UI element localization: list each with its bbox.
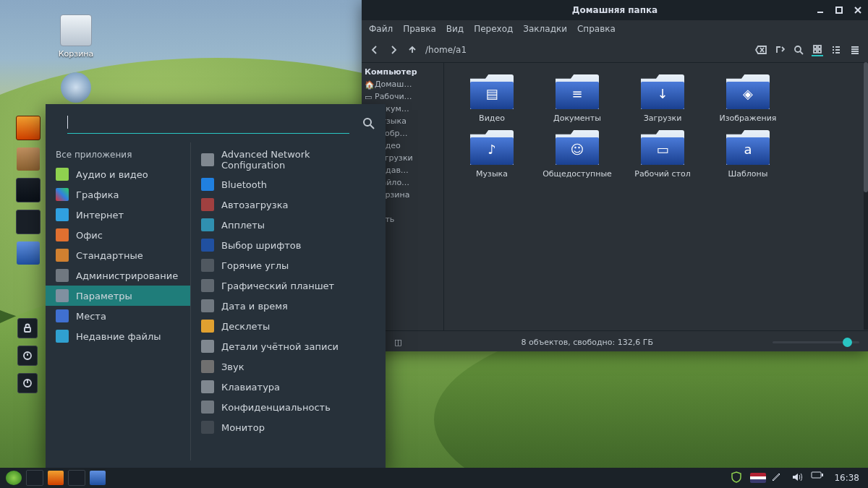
files-icon[interactable] (17, 241, 40, 265)
folder-film[interactable]: ▤Видео (456, 74, 528, 123)
app-user[interactable]: Детали учётной записи (191, 336, 386, 356)
taskbar-firefox[interactable] (48, 471, 64, 485)
firefox-icon[interactable] (16, 116, 41, 140)
view-list-icon[interactable] (830, 44, 842, 56)
search-icon[interactable] (793, 44, 804, 56)
svg-rect-0 (25, 328, 30, 332)
category-recent[interactable]: Недавние файлы (46, 326, 190, 346)
sidebar-home[interactable]: 🏠Домаш… (365, 78, 441, 90)
taskbar-show-desktop[interactable] (26, 470, 43, 486)
menu-file[interactable]: Файл (369, 24, 393, 34)
menu-search-input[interactable] (67, 116, 349, 134)
office-icon (56, 228, 69, 241)
desktop-icon: ▭ (365, 93, 372, 100)
app-bt[interactable]: Bluetooth (191, 174, 386, 194)
tray-color-icon[interactable] (770, 471, 786, 485)
desklet-icon (201, 320, 214, 333)
minimize-button[interactable] (814, 4, 826, 16)
tray-battery-icon[interactable] (811, 471, 827, 485)
menu-search (46, 104, 386, 140)
nav-up-icon[interactable] (407, 44, 418, 56)
folder-down[interactable]: ↓Загрузки (626, 74, 699, 123)
category-net[interactable]: Интернет (46, 205, 190, 225)
svg-rect-8 (818, 50, 821, 53)
font-icon (201, 239, 214, 252)
software-icon[interactable] (17, 147, 40, 171)
date-icon (201, 299, 214, 312)
clear-path-icon[interactable] (755, 44, 767, 56)
category-places[interactable]: Места (46, 306, 190, 326)
category-std[interactable]: Стандартные (46, 245, 190, 265)
folder-img[interactable]: ◈Изображения (712, 74, 784, 123)
app-tablet[interactable]: Графический планшет (191, 275, 386, 296)
menu-bookmarks[interactable]: Закладки (523, 24, 567, 34)
sidebar-desktop[interactable]: ▭Рабочи… (365, 90, 441, 103)
app-font[interactable]: Выбор шрифтов (191, 235, 386, 255)
fm-title: Домашняя папка (572, 5, 658, 15)
taskbar-clock[interactable]: 16:38 (831, 473, 862, 483)
terminal2-icon[interactable] (16, 210, 41, 234)
app-sound[interactable]: Звук (191, 356, 386, 377)
folder-desk[interactable]: ▭Рабочий стол (626, 130, 699, 179)
logout-button[interactable] (17, 346, 38, 366)
nav-back-icon[interactable] (369, 44, 380, 56)
app-kbd[interactable]: Клавиатура (191, 377, 386, 397)
menu-edit[interactable]: Правка (403, 24, 436, 34)
mon-icon (201, 421, 214, 434)
taskbar: 16:38 (0, 468, 868, 488)
app-applet[interactable]: Апплеты (191, 215, 386, 235)
svg-point-9 (364, 119, 371, 126)
zoom-slider[interactable] (773, 341, 859, 343)
status-split-icon[interactable]: ◫ (394, 338, 401, 347)
category-params[interactable]: Параметры (46, 286, 190, 306)
menu-view[interactable]: Вид (446, 24, 464, 34)
terminal-icon[interactable] (16, 178, 41, 202)
taskbar-files[interactable] (90, 471, 106, 485)
view-icons-icon[interactable] (812, 43, 823, 56)
applet-icon (201, 218, 214, 231)
path-toggle-icon[interactable] (774, 44, 786, 56)
category-admin[interactable]: Администрирование (46, 265, 190, 286)
folder-tmpl[interactable]: aШаблоны (712, 130, 784, 179)
svg-point-4 (795, 46, 801, 52)
tray-volume-icon[interactable] (791, 471, 807, 485)
tablet-icon (201, 279, 214, 292)
fm-folder-grid: ▤Видео≡Документы↓Загрузки◈Изображения♪Му… (444, 63, 868, 330)
app-mon[interactable]: Монитор (191, 417, 386, 437)
app-corner[interactable]: Горячие углы (191, 255, 386, 275)
folder-doc[interactable]: ≡Документы (541, 74, 613, 123)
menu-go[interactable]: Переход (474, 24, 513, 34)
app-auto[interactable]: Автозагрузка (191, 194, 386, 215)
power-button[interactable] (17, 373, 38, 393)
folder-share[interactable]: ☺Общедоступные (541, 130, 613, 179)
lock-button[interactable] (17, 318, 38, 338)
category-gfx[interactable]: Графика (46, 184, 190, 205)
menu-help[interactable]: Справка (577, 24, 616, 34)
fm-path[interactable]: /home/a1 (425, 45, 748, 55)
fm-titlebar[interactable]: Домашняя папка (362, 0, 868, 20)
folder-icon: ☺ (556, 130, 599, 165)
app-date[interactable]: Дата и время (191, 296, 386, 316)
tray-keyboard-layout[interactable] (750, 473, 766, 483)
desktop-chromium[interactable] (51, 72, 101, 106)
desktop-trash[interactable]: Корзина (51, 14, 101, 59)
trash-icon (60, 14, 92, 46)
tray-shield-icon[interactable] (730, 471, 746, 485)
av-icon (56, 168, 69, 181)
close-button[interactable] (852, 4, 864, 16)
app-desklet[interactable]: Десклеты (191, 316, 386, 336)
view-compact-icon[interactable] (849, 44, 861, 56)
app-net[interactable]: Advanced Network Configuration (191, 145, 386, 174)
start-button[interactable] (6, 471, 22, 485)
app-privacy[interactable]: Конфиденциальность (191, 397, 386, 417)
folder-icon: ↓ (641, 74, 684, 109)
taskbar-terminal[interactable] (68, 470, 85, 486)
folder-music[interactable]: ♪Музыка (456, 130, 528, 179)
fm-menubar: Файл Правка Вид Переход Закладки Справка (362, 20, 868, 38)
maximize-button[interactable] (833, 4, 845, 16)
search-icon[interactable] (362, 117, 375, 130)
recent-icon (56, 330, 69, 343)
category-office[interactable]: Офис (46, 225, 190, 245)
category-av[interactable]: Аудио и видео (46, 164, 190, 184)
nav-forward-icon[interactable] (388, 44, 399, 56)
